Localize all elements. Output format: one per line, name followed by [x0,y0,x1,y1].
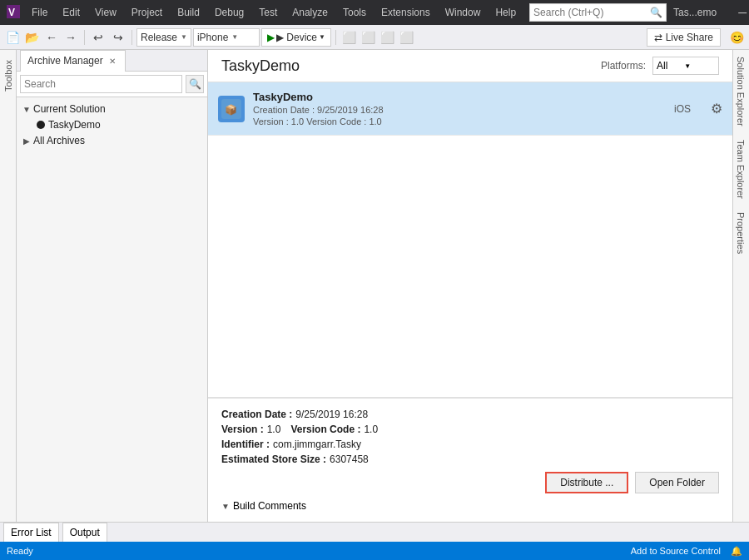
archive-item-icon: 📦 [218,96,245,122]
title-search-input[interactable] [533,7,650,18]
release-label: Release [141,32,177,43]
detail-version-label: Version : [221,424,264,435]
toolbox-strip: Toolbox [0,50,17,522]
source-control-label[interactable]: Add to Source Control [631,546,721,556]
panel-search-input[interactable] [20,75,182,93]
build-comments-expand-icon: ▼ [221,502,230,511]
solution-explorer-tab[interactable]: Solution Explorer [733,50,749,133]
menu-window[interactable]: Window [439,3,488,22]
forward-button[interactable]: → [62,28,80,47]
menu-analyze[interactable]: Analyze [285,3,335,22]
tasky-demo-item[interactable]: TaskyDemo [17,117,207,132]
menu-extensions[interactable]: Extensions [374,3,437,22]
menu-view[interactable]: View [88,3,123,22]
feedback-button[interactable]: 😊 [727,28,746,47]
archive-list-item[interactable]: 📦 TaskyDemo Creation Date : 9/25/2019 16… [208,82,732,136]
minimize-button[interactable]: ─ [723,0,749,25]
svg-text:V: V [8,7,15,18]
archive-item-creation: Creation Date : 9/25/2019 16:28 [253,105,674,115]
content-area: TaskyDemo Platforms: All ▼ 📦 TaskyDemo C… [208,50,732,522]
archive-manager-tab-label: Archive Manager [27,55,103,67]
output-tab[interactable]: Output [62,523,107,543]
detail-identifier-value: com.jimmgarr.Tasky [273,439,361,450]
detail-creation-value: 9/25/2019 16:28 [295,409,368,420]
right-panels: Solution Explorer Team Explorer Properti… [732,50,749,522]
content-header: TaskyDemo Platforms: All ▼ [208,50,732,82]
menu-debug[interactable]: Debug [208,3,250,22]
file-toolbar-group: 📄 📂 [3,28,41,47]
archive-item-version: Version : 1.0 Version Code : 1.0 [253,116,674,126]
bottom-tabs: Error List Output [0,522,749,542]
build-comments-header[interactable]: ▼ Build Comments [221,500,719,512]
archive-manager-tab[interactable]: Archive Manager ✕ [20,50,126,72]
detail-estimated-label: Estimated Store Size : [221,453,326,465]
svg-text:📦: 📦 [225,103,237,116]
panel-search-button[interactable]: 🔍 [186,75,204,93]
detail-estimated-row: Estimated Store Size : 6307458 [221,453,719,465]
toolbox-label[interactable]: Toolbox [3,60,13,92]
menu-help[interactable]: Help [489,3,523,22]
redo-button[interactable]: ↪ [109,28,127,47]
live-share-label: Live Share [666,32,713,43]
window-title: Tas...emo [673,7,717,18]
all-archives-item[interactable]: ▶ All Archives [17,132,207,149]
build-comments-label: Build Comments [233,500,306,512]
platforms-label: Platforms: [601,60,646,72]
tool2-button[interactable]: ⬜ [360,28,378,47]
archive-manager-tab-close[interactable]: ✕ [107,55,118,67]
archive-item-info: TaskyDemo Creation Date : 9/25/2019 16:2… [253,91,674,126]
all-archives-expand[interactable]: ▶ [20,134,33,147]
search-icon: 🔍 [650,7,662,18]
tool3-button[interactable]: ⬜ [379,28,397,47]
current-solution-expand[interactable]: ▼ [20,102,33,116]
archive-item-gear-icon[interactable]: ⚙ [711,101,722,116]
properties-tab[interactable]: Properties [733,206,749,260]
detail-version-row: Version : 1.0 Version Code : 1.0 [221,424,719,435]
ready-status: Ready [7,546,33,556]
new-project-button[interactable]: 📄 [3,28,22,47]
window-controls: ─ □ ✕ [723,0,749,25]
open-folder-button[interactable]: Open Folder [635,472,719,493]
error-list-tab[interactable]: Error List [3,523,59,543]
run-button[interactable]: ▶ ▶ Device ▼ [261,28,331,47]
details-actions: Distribute ... Open Folder [221,472,719,493]
notification-icon[interactable]: 🔔 [731,546,742,557]
menu-build[interactable]: Build [171,3,206,22]
content-title: TaskyDemo [221,57,300,75]
detail-version-code-label: Version Code : [290,424,360,435]
platforms-dropdown-arrow: ▼ [684,62,691,70]
toolbar-sep-2 [131,30,132,45]
detail-estimated-value: 6307458 [330,453,369,465]
search-icon: 🔍 [189,78,201,90]
panel-search-area: 🔍 [17,72,207,97]
current-solution-item[interactable]: ▼ Current Solution [17,101,207,117]
iphone-dropdown[interactable]: iPhone ▼ [193,28,260,47]
platforms-value: All [657,60,667,72]
open-button[interactable]: 📂 [22,28,41,47]
menu-tools[interactable]: Tools [336,3,373,22]
vs-icon: V [7,5,20,21]
tool4-button[interactable]: ⬜ [398,28,416,47]
menu-file[interactable]: File [25,3,54,22]
iphone-dropdown-arrow: ▼ [231,33,238,41]
menu-project[interactable]: Project [125,3,169,22]
toolbar-sep-1 [84,30,85,45]
play-icon: ▶ [267,32,275,43]
device-label: ▶ Device [276,32,317,43]
platforms-dropdown[interactable]: All ▼ [652,57,719,75]
current-solution-label: Current Solution [33,103,106,115]
menu-edit[interactable]: Edit [56,3,87,22]
undo-button[interactable]: ↩ [89,28,107,47]
live-share-button[interactable]: ⇄ Live Share [647,28,721,47]
title-search-box[interactable]: 🔍 [529,3,667,22]
release-dropdown[interactable]: Release ▼ [136,28,191,47]
tool1-button[interactable]: ⬜ [340,28,359,47]
archive-item-platform: iOS [674,103,691,115]
detail-identifier-label: Identifier : [221,439,270,450]
back-button[interactable]: ← [42,28,61,47]
team-explorer-tab[interactable]: Team Explorer [733,133,749,206]
distribute-button[interactable]: Distribute ... [545,472,628,493]
detail-identifier-row: Identifier : com.jimmgarr.Tasky [221,439,719,450]
menu-bar: File Edit View Project Build Debug Test … [25,3,523,22]
menu-test[interactable]: Test [252,3,284,22]
